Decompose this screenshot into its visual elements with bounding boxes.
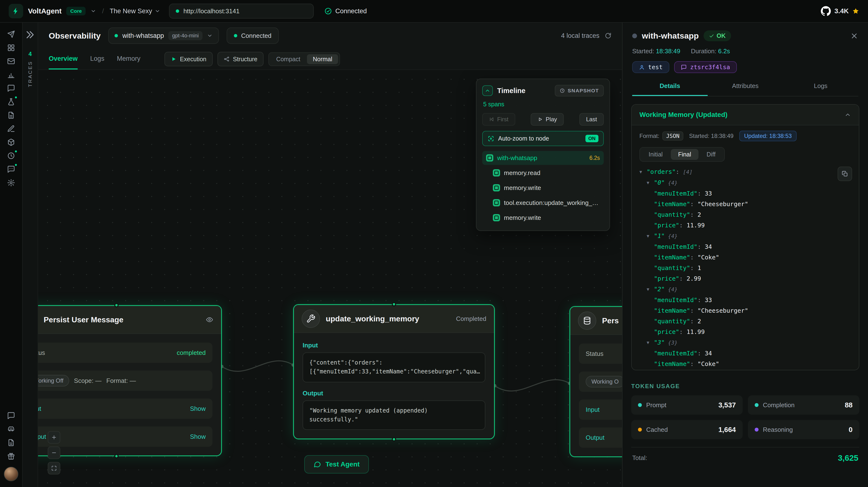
- json-row[interactable]: ▼"1" {4}: [640, 231, 851, 242]
- auto-zoom-toggle[interactable]: Auto-zoom to node ON: [482, 131, 604, 146]
- timeline-span[interactable]: memory.write: [489, 211, 604, 225]
- traces-rail[interactable]: 4 TRACES: [27, 51, 33, 87]
- timeline-span[interactable]: memory.read: [489, 166, 604, 180]
- main-area: Observability with-whatsapp gpt-4o-mini …: [38, 23, 622, 487]
- json-row[interactable]: "price": 11.99: [640, 327, 851, 337]
- sidebar-bottom-item-2[interactable]: [3, 436, 19, 449]
- timeline-span[interactable]: with-whatsapp6.2s: [482, 151, 604, 165]
- timeline-span[interactable]: tool.execution:update_working_…: [489, 196, 604, 210]
- node-persist-user-message[interactable]: Persist User Message Status completed Wo…: [38, 305, 222, 456]
- test-agent-button[interactable]: Test Agent: [304, 455, 369, 474]
- json-row[interactable]: "quantity": 1: [640, 369, 851, 370]
- json-row[interactable]: "itemName": "Coke": [640, 252, 851, 263]
- github-icon[interactable]: [820, 6, 831, 17]
- collapse-arrow-icon[interactable]: ▼: [647, 177, 654, 188]
- user-badge[interactable]: test: [632, 61, 669, 73]
- conversation-badge[interactable]: ztsrc3f4lsa: [674, 61, 737, 73]
- structure-view-button[interactable]: Structure: [217, 52, 264, 66]
- close-panel-button[interactable]: [850, 32, 858, 40]
- voltagent-logo[interactable]: [9, 4, 23, 18]
- timeline-span[interactable]: memory.write: [489, 181, 604, 195]
- json-row[interactable]: "itemName": "Cheeseburger": [640, 199, 851, 210]
- sidebar-item-11[interactable]: [3, 176, 19, 189]
- expand-traces-button[interactable]: [25, 29, 35, 40]
- timeline-collapse-button[interactable]: [482, 85, 493, 96]
- tab-overview[interactable]: Overview: [49, 49, 78, 69]
- snapshot-button[interactable]: SNAPSHOT: [555, 85, 604, 96]
- token-usage-title: TOKEN USAGE: [631, 383, 859, 390]
- json-row[interactable]: "menuItemId": 33: [640, 295, 851, 305]
- pencil-icon: [7, 125, 15, 133]
- output-preview[interactable]: "Working memory updated (appended) succe…: [303, 400, 485, 430]
- sidebar-item-2[interactable]: [3, 55, 19, 68]
- sidebar-bottom-item-3[interactable]: [3, 449, 19, 463]
- json-row[interactable]: "menuItemId": 34: [640, 348, 851, 359]
- fit-view-button[interactable]: [48, 462, 60, 475]
- workspace-selector[interactable]: The New Sexy: [110, 7, 160, 15]
- json-row[interactable]: "quantity": 2: [640, 210, 851, 220]
- compact-option[interactable]: Compact: [270, 54, 306, 64]
- view-initial[interactable]: Initial: [641, 149, 670, 160]
- json-row[interactable]: ▼"orders": [4]: [640, 166, 851, 177]
- sidebar-item-7[interactable]: [3, 122, 19, 135]
- core-badge[interactable]: Core: [66, 7, 86, 16]
- tab-logs[interactable]: Logs: [783, 77, 858, 96]
- node-input-row: Input Show: [38, 398, 212, 419]
- sidebar-item-4[interactable]: [3, 82, 19, 95]
- execution-view-button[interactable]: Execution: [164, 52, 213, 66]
- json-row[interactable]: ▼"3" {3}: [640, 337, 851, 348]
- sidebar-item-0[interactable]: [3, 28, 19, 41]
- timeline-play-button[interactable]: Play: [531, 113, 564, 126]
- input-preview[interactable]: {"content":{"orders": [{"menuItemId":33,…: [303, 353, 485, 383]
- user-avatar[interactable]: [4, 467, 18, 481]
- json-row[interactable]: "itemName": "Cheeseburger": [640, 305, 851, 316]
- view-diff[interactable]: Diff: [700, 149, 723, 160]
- tab-attributes[interactable]: Attributes: [708, 77, 783, 96]
- sidebar-bottom-item-0[interactable]: [3, 409, 19, 422]
- copy-json-button[interactable]: [838, 166, 852, 181]
- sidebar-item-1[interactable]: [3, 41, 19, 55]
- sidebar-item-6[interactable]: [3, 109, 19, 122]
- timeline-last-button[interactable]: Last: [579, 113, 604, 126]
- refresh-icon[interactable]: [605, 32, 612, 39]
- json-row[interactable]: "menuItemId": 33: [640, 188, 851, 199]
- show-output-button[interactable]: Show: [190, 433, 206, 440]
- timeline-first-button[interactable]: First: [482, 113, 515, 126]
- chevron-down-icon[interactable]: [90, 8, 96, 14]
- node-persist-message-2[interactable]: Pers Status Working O Input Output: [569, 306, 622, 457]
- node-update-working-memory[interactable]: update_working_memory Completed Input {"…: [293, 304, 495, 439]
- sidebar-item-9[interactable]: [3, 149, 19, 162]
- sidebar-bottom-item-1[interactable]: [3, 422, 19, 436]
- zoom-out-button[interactable]: [48, 447, 60, 459]
- collapse-arrow-icon[interactable]: ▼: [647, 337, 654, 348]
- json-row[interactable]: "menuItemId": 34: [640, 242, 851, 252]
- sidebar-item-3[interactable]: [3, 68, 19, 82]
- json-row[interactable]: "price": 11.99: [640, 220, 851, 231]
- eye-icon[interactable]: [206, 316, 213, 324]
- collapse-arrow-icon[interactable]: ▼: [647, 284, 654, 295]
- json-row[interactable]: "quantity": 2: [640, 316, 851, 327]
- json-row[interactable]: "itemName": "Coke": [640, 359, 851, 369]
- collapse-arrow-icon[interactable]: ▼: [647, 231, 654, 241]
- sidebar-item-10[interactable]: [3, 162, 19, 176]
- flow-canvas[interactable]: Persist User Message Status completed Wo…: [38, 70, 622, 487]
- sidebar-bottom-group: [3, 409, 19, 463]
- tab-details[interactable]: Details: [632, 77, 708, 96]
- collapse-section-button[interactable]: [844, 111, 851, 118]
- tab-logs[interactable]: Logs: [90, 49, 104, 69]
- tab-memory[interactable]: Memory: [117, 49, 141, 69]
- zoom-in-button[interactable]: [48, 431, 60, 444]
- collapse-arrow-icon[interactable]: ▼: [640, 166, 647, 177]
- agent-selector[interactable]: with-whatsapp gpt-4o-mini: [108, 28, 219, 44]
- json-row[interactable]: "quantity": 1: [640, 263, 851, 273]
- sidebar-item-5[interactable]: [3, 95, 19, 109]
- sidebar-item-8[interactable]: [3, 135, 19, 149]
- normal-option[interactable]: Normal: [307, 54, 338, 64]
- show-input-button[interactable]: Show: [190, 405, 206, 413]
- play-outline-icon: [537, 117, 543, 122]
- json-row[interactable]: ▼"0" {4}: [640, 177, 851, 188]
- json-row[interactable]: "price": 2.99: [640, 273, 851, 284]
- server-url-input[interactable]: http://localhost:3141: [169, 4, 314, 19]
- json-row[interactable]: ▼"2" {4}: [640, 284, 851, 295]
- view-final[interactable]: Final: [671, 149, 698, 160]
